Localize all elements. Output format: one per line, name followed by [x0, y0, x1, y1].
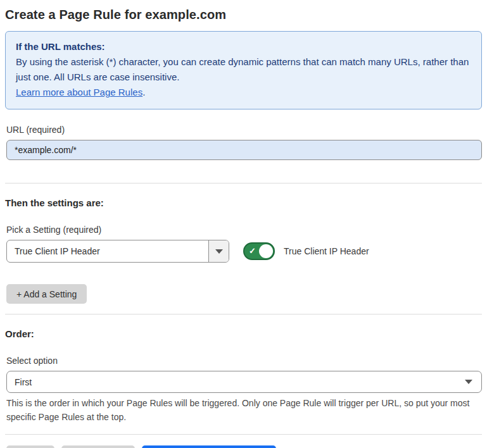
check-icon: ✓ — [249, 247, 256, 255]
chevron-down-icon — [215, 249, 223, 254]
page-title: Create a Page Rule for example.com — [5, 8, 482, 22]
chevron-down-icon — [465, 380, 472, 384]
settings-section-heading: Then the settings are: — [5, 197, 482, 208]
form-actions: Cancel Save as Draft Save and Deploy Pag… — [6, 445, 482, 448]
section-divider — [5, 434, 482, 435]
info-box-link-line: Learn more about Page Rules. — [16, 85, 471, 100]
info-box-heading: If the URL matches: — [16, 39, 471, 54]
section-divider — [5, 183, 482, 184]
setting-select-arrow-button[interactable] — [208, 240, 229, 262]
order-section-heading: Order: — [5, 328, 482, 339]
url-field-label: URL (required) — [6, 125, 482, 135]
toggle-label: True Client IP Header — [284, 246, 369, 256]
order-help-text: This is the order in which your Page Rul… — [6, 396, 482, 424]
url-input[interactable] — [6, 140, 482, 160]
order-select-label: Select option — [6, 356, 482, 366]
true-client-ip-toggle[interactable]: ✓ — [243, 242, 275, 260]
section-divider — [5, 314, 482, 314]
order-select[interactable]: First — [6, 371, 482, 393]
setting-select-value: True Client IP Header — [7, 240, 208, 262]
setting-select[interactable]: True Client IP Header — [6, 240, 229, 263]
toggle-knob — [259, 244, 273, 258]
save-deploy-button[interactable]: Save and Deploy Page Rule — [142, 445, 276, 448]
cancel-button[interactable]: Cancel — [6, 445, 54, 448]
setting-row: True Client IP Header ✓ True Client IP H… — [6, 240, 482, 263]
url-match-info-box: If the URL matches: By using the asteris… — [5, 31, 482, 109]
save-draft-button[interactable]: Save as Draft — [61, 445, 136, 448]
order-select-value: First — [15, 377, 465, 387]
learn-more-link[interactable]: Learn more about Page Rules — [16, 87, 142, 97]
add-setting-button[interactable]: + Add a Setting — [6, 284, 87, 304]
setting-picker-label: Pick a Setting (required) — [6, 225, 482, 235]
link-suffix: . — [142, 87, 145, 97]
info-box-body: By using the asterisk (*) character, you… — [16, 54, 471, 85]
page-rule-form: Create a Page Rule for example.com If th… — [0, 0, 487, 448]
